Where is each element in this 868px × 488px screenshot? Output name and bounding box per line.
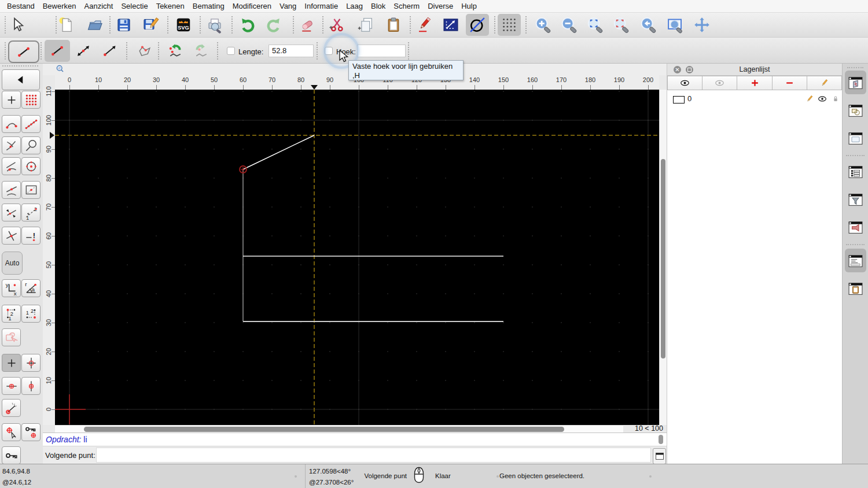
layer-color-swatch[interactable]: [673, 96, 685, 103]
canvas-horizontal-scrollbar[interactable]: [55, 425, 623, 432]
coord-polar-button[interactable]: ra: [21, 279, 41, 297]
set-relative-zero-button[interactable]: [2, 423, 21, 441]
layer-edit-icon[interactable]: [805, 94, 814, 106]
zoom-previous-button[interactable]: [637, 14, 660, 36]
restrict-nothing-button[interactable]: !: [21, 227, 41, 245]
snap-intersection-auto-button[interactable]: [2, 136, 21, 154]
select-visible-button[interactable]: [2, 328, 21, 346]
clipboard-panel-button[interactable]: [845, 276, 866, 300]
snap-nearest-button[interactable]: [2, 204, 21, 221]
layer-name[interactable]: 0: [687, 94, 692, 103]
property-editor-button[interactable]: [845, 187, 866, 211]
line-angle-button[interactable]: [71, 40, 96, 62]
library-browser-button[interactable]: [845, 71, 866, 94]
restrict-vertical-button[interactable]: [21, 377, 41, 395]
draw-pencil-button[interactable]: [413, 14, 436, 36]
layer-lock-icon[interactable]: [831, 94, 840, 106]
snap-middle-button[interactable]: [2, 181, 21, 199]
save-as-button[interactable]: [139, 14, 163, 36]
line-2p-button[interactable]: [45, 40, 70, 62]
snap-intersection-button[interactable]: [2, 227, 21, 245]
menu-blok[interactable]: Blok: [367, 2, 389, 10]
pen-palette-button[interactable]: [845, 126, 866, 150]
menu-informatie[interactable]: Informatie: [300, 2, 342, 10]
menu-bewerken[interactable]: Bewerken: [39, 2, 80, 10]
layer-visibility-icon[interactable]: [818, 94, 827, 106]
block-list-button[interactable]: [845, 98, 866, 122]
hide-all-layers-button[interactable]: [703, 76, 737, 90]
command-widget-button[interactable]: [845, 249, 866, 272]
layer-panel-close-button[interactable]: ✕: [674, 66, 681, 73]
restrict-free-button[interactable]: [2, 354, 21, 372]
layer-panel-float-button[interactable]: [686, 66, 693, 73]
new-file-button[interactable]: [55, 14, 78, 36]
zoom-redraw-button[interactable]: [609, 14, 632, 36]
show-all-layers-button[interactable]: [667, 76, 703, 90]
measure-distance-button[interactable]: [439, 14, 462, 36]
drawing-canvas[interactable]: [55, 90, 659, 425]
palette-back-button[interactable]: [2, 69, 40, 90]
snap-grid-button[interactable]: [21, 91, 41, 109]
lock-relative-zero-button[interactable]: [21, 423, 41, 441]
corner-points-a-button[interactable]: 21: [2, 305, 21, 323]
restrict-orthogonal-button[interactable]: [21, 354, 41, 372]
menu-aanzicht[interactable]: Aanzicht: [80, 2, 117, 10]
segment-redo-button[interactable]: [189, 40, 214, 62]
menu-bemating[interactable]: Bemating: [189, 2, 229, 10]
command-window-button[interactable]: [653, 448, 666, 464]
cut-button[interactable]: [326, 14, 349, 36]
angle-field[interactable]: [357, 45, 406, 57]
horizontal-scroll-thumb[interactable]: [84, 427, 564, 432]
snap-auto-button[interactable]: Auto: [2, 252, 23, 275]
menu-scherm[interactable]: Scherm: [389, 2, 424, 10]
line-ray-button[interactable]: [97, 40, 122, 62]
segment-undo-button[interactable]: [163, 40, 188, 62]
snap-center-button[interactable]: [21, 157, 41, 175]
coord-cartesian-button[interactable]: yx: [2, 279, 21, 297]
menu-selectie[interactable]: Selectie: [117, 2, 152, 10]
current-tool-button[interactable]: [8, 40, 39, 63]
command-history-scrollbar[interactable]: [659, 435, 663, 444]
edit-layer-button[interactable]: [807, 76, 842, 90]
snap-free-button[interactable]: [2, 91, 21, 109]
selection-filter-button[interactable]: [845, 215, 866, 239]
menu-bestand[interactable]: Bestand: [3, 2, 39, 10]
layer-row[interactable]: 0: [667, 93, 842, 106]
snap-reference-button[interactable]: [21, 181, 41, 199]
redo-button[interactable]: [262, 14, 285, 36]
menu-hulp[interactable]: Hulp: [457, 2, 481, 10]
select-cursor-button[interactable]: [6, 14, 29, 36]
command-input[interactable]: [96, 448, 651, 463]
corner-points-b-button[interactable]: 12: [21, 305, 41, 323]
snap-tangent-button[interactable]: [2, 157, 21, 175]
erase-button[interactable]: [296, 14, 319, 36]
save-button[interactable]: [112, 14, 135, 36]
zoom-pan-button[interactable]: [690, 14, 713, 36]
zoom-out-button[interactable]: [557, 14, 580, 36]
snap-on-entity-button[interactable]: [21, 115, 41, 133]
add-layer-button[interactable]: [737, 76, 772, 90]
zoom-in-button[interactable]: [531, 14, 554, 36]
entity-list-button[interactable]: [845, 160, 866, 183]
snap-entity-button[interactable]: [21, 136, 41, 154]
polyline-button[interactable]: [132, 40, 157, 62]
menu-vang[interactable]: Vang: [275, 2, 300, 10]
print-preview-button[interactable]: [203, 14, 226, 36]
snap-distance-button[interactable]: 12: [21, 204, 41, 221]
paste-button[interactable]: [382, 14, 405, 36]
vertical-scroll-thumb[interactable]: [661, 159, 665, 358]
menu-diverse[interactable]: Diverse: [424, 2, 457, 10]
grid-toggle-button[interactable]: [498, 14, 521, 36]
remove-layer-button[interactable]: [773, 76, 807, 90]
zoom-auto-button[interactable]: [583, 14, 606, 36]
restrict-horizontal-button[interactable]: [2, 377, 21, 395]
unlock-relative-zero-button[interactable]: [2, 446, 21, 464]
menu-laag[interactable]: Laag: [342, 2, 367, 10]
copy-button[interactable]: [355, 14, 378, 36]
length-checkbox[interactable]: [227, 47, 235, 55]
svg-export-button[interactable]: SVG: [172, 14, 195, 36]
open-file-button[interactable]: [83, 14, 106, 36]
zoom-window-button[interactable]: [664, 14, 687, 36]
angle-gauge-button[interactable]: [2, 399, 21, 417]
length-field[interactable]: 52.8: [269, 45, 314, 57]
